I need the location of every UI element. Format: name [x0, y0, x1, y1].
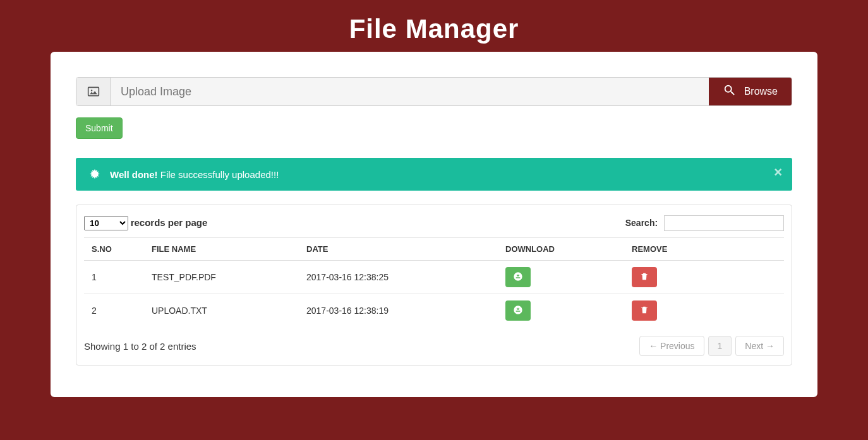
alert-text: Well done! File successfully uploaded!!! — [110, 169, 279, 180]
main-panel: Browse Submit Well done! File successful… — [51, 52, 817, 397]
th-download[interactable]: DOWNLOAD — [498, 238, 624, 261]
table-row: 1 TEST_PDF.PDF 2017-03-16 12:38:25 — [84, 261, 784, 294]
search-icon — [723, 83, 737, 100]
th-remove[interactable]: REMOVE — [624, 238, 784, 261]
browse-label: Browse — [744, 86, 778, 97]
table-info: Showing 1 to 2 of 2 entries — [84, 341, 196, 352]
next-button[interactable]: Next → — [735, 336, 784, 356]
search-label: Search: — [625, 218, 658, 228]
cell-file: TEST_PDF.PDF — [144, 261, 299, 294]
download-button[interactable] — [505, 300, 531, 321]
th-file[interactable]: FILE NAME — [144, 238, 299, 261]
records-per-page: 10 records per page — [84, 216, 207, 230]
cell-sno: 1 — [84, 261, 144, 294]
th-sno[interactable]: S.NO — [84, 238, 144, 261]
upload-input[interactable] — [111, 78, 709, 105]
browse-button[interactable]: Browse — [709, 78, 792, 105]
prev-button[interactable]: ← Previous — [639, 336, 704, 356]
close-icon[interactable]: × — [774, 165, 782, 179]
records-select[interactable]: 10 — [84, 216, 128, 230]
download-icon — [513, 305, 523, 317]
image-icon — [76, 78, 111, 105]
records-label: records per page — [131, 217, 208, 228]
download-button[interactable] — [505, 267, 531, 287]
file-table: S.NO FILE NAME DATE DOWNLOAD REMOVE 1 TE… — [84, 237, 784, 327]
cell-date: 2017-03-16 12:38:25 — [299, 261, 498, 294]
cell-file: UPLOAD.TXT — [144, 294, 299, 328]
table-panel: 10 records per page Search: S.NO FILE NA… — [76, 205, 792, 366]
remove-button[interactable] — [632, 300, 657, 321]
table-row: 2 UPLOAD.TXT 2017-03-16 12:38:19 — [84, 294, 784, 328]
remove-button[interactable] — [632, 267, 657, 287]
star-icon — [88, 168, 101, 181]
pagination: ← Previous 1 Next → — [639, 336, 784, 356]
page-title: File Manager — [0, 0, 868, 52]
search-input[interactable] — [664, 215, 784, 231]
submit-button[interactable]: Submit — [76, 117, 123, 139]
alert-success: Well done! File successfully uploaded!!!… — [76, 158, 792, 191]
trash-icon — [640, 271, 649, 283]
upload-bar: Browse — [76, 77, 792, 106]
page-button[interactable]: 1 — [708, 336, 732, 356]
th-date[interactable]: DATE — [299, 238, 498, 261]
download-icon — [513, 271, 523, 283]
search-box: Search: — [625, 215, 784, 231]
cell-date: 2017-03-16 12:38:19 — [299, 294, 498, 328]
cell-sno: 2 — [84, 294, 144, 328]
trash-icon — [640, 305, 649, 317]
